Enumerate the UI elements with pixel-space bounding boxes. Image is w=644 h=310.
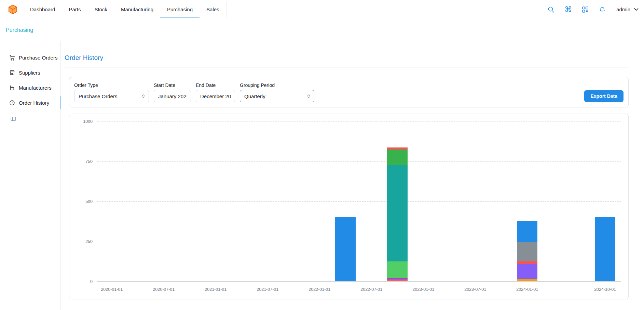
select-chevrons-icon [306,94,311,99]
gridline [97,241,621,241]
bar-segment [517,264,537,279]
start-date-input[interactable] [154,90,191,102]
x-tick-label: 2023-07-01 [464,287,486,292]
gridline [97,201,621,202]
end-date-label: End Date [196,82,235,88]
header-actions: ⌘ admin [547,5,639,14]
chevron-down-icon [633,7,639,12]
y-tick-label: 500 [85,199,93,204]
stacked-bar-2022-10-01[interactable] [387,121,408,281]
sidebar-item-order-history[interactable]: Order History [0,95,60,110]
grouping-period-field: Grouping Period Quarterly [240,82,314,102]
section-divider [65,67,629,67]
search-icon[interactable] [547,5,556,14]
breadcrumb: Purchasing [0,19,644,41]
stacked-bar-2024-01-01[interactable] [517,121,537,281]
bar-segment [387,150,408,166]
chart-plot [97,121,621,282]
sidebar-item-manufacturers[interactable]: Manufacturers [0,80,60,95]
apps-grid-icon[interactable] [581,5,590,14]
start-date-field: Start Date [154,82,191,102]
order-type-label: Order Type [74,82,149,88]
tab-dashboard[interactable]: Dashboard [23,2,62,17]
x-tick-label: 2024-01-01 [516,287,538,292]
history-clock-icon [9,100,15,106]
bar-segment [335,217,356,281]
main-nav: Dashboard Parts Stock Manufacturing Purc… [23,2,227,17]
y-tick-label: 250 [85,239,93,244]
tab-purchasing[interactable]: Purchasing [160,2,200,17]
x-axis-labels: 2020-01-012020-07-012021-01-012021-07-01… [97,287,621,294]
stacked-bar-2024-10-01[interactable] [595,121,615,281]
shopping-cart-icon [9,54,15,61]
order-history-chart: 02505007501000 2020-01-012020-07-012021-… [69,114,629,299]
y-tick-label: 1000 [83,119,93,124]
x-tick-label: 2021-01-01 [205,287,227,292]
username-label: admin [616,7,630,12]
tab-parts[interactable]: Parts [62,2,87,17]
grouping-period-select[interactable]: Quarterly [240,90,314,102]
gridline [97,161,621,162]
x-tick-label: 2023-01-01 [412,287,434,292]
sidebar: Purchase Orders Suppliers Manufacturers [0,41,60,310]
sidebar-item-label: Order History [19,100,49,106]
sidebar-item-purchase-orders[interactable]: Purchase Orders [0,50,60,65]
end-date-field: End Date [196,82,235,102]
sidebar-item-suppliers[interactable]: Suppliers [0,65,60,80]
order-type-value: Purchase Orders [79,93,117,99]
sidebar-collapse-icon[interactable] [10,116,16,122]
bar-segment [387,281,408,281]
main-content: Order History Order Type Purchase Orders… [60,41,644,310]
building-store-icon [9,69,15,76]
end-date-input[interactable] [196,90,235,102]
bar-segment [517,279,537,281]
x-tick-label: 2020-01-01 [101,287,123,292]
grouping-period-label: Grouping Period [240,82,314,88]
tab-sales[interactable]: Sales [200,2,226,17]
user-menu[interactable]: admin [616,7,639,12]
breadcrumb-item-purchasing[interactable]: Purchasing [6,27,33,33]
order-type-select[interactable]: Purchase Orders [74,90,149,102]
app-logo-icon[interactable] [8,4,18,15]
sidebar-item-label: Suppliers [19,70,40,76]
start-date-label: Start Date [154,82,191,88]
tab-stock[interactable]: Stock [87,2,114,17]
app-header: Dashboard Parts Stock Manufacturing Purc… [0,0,644,19]
gridline [97,121,621,121]
sidebar-item-label: Purchase Orders [19,55,57,61]
bar-segment [387,165,408,261]
stacked-bar-2022-04-01[interactable] [335,121,356,281]
bar-segment [517,242,537,261]
x-tick-label: 2020-07-01 [153,287,175,292]
x-tick-label: 2021-07-01 [257,287,278,292]
x-tick-label: 2022-01-01 [309,287,330,292]
select-chevrons-icon [141,94,146,99]
x-tick-label: 2024-10-01 [594,287,616,292]
y-tick-label: 750 [85,159,93,164]
command-icon[interactable]: ⌘ [564,5,573,14]
x-tick-label: 2022-07-01 [360,287,382,292]
page-title: Order History [65,54,629,62]
factory-icon [9,85,15,91]
bar-segment [595,217,615,281]
y-axis-labels: 02505007501000 [69,121,93,282]
bar-segment [387,261,408,278]
order-type-field: Order Type Purchase Orders [74,82,149,102]
y-tick-label: 0 [90,279,93,284]
grouping-period-value: Quarterly [244,93,265,99]
bar-segment [517,261,537,264]
filter-panel: Order Type Purchase Orders Start Date En… [69,77,629,107]
tab-manufacturing[interactable]: Manufacturing [114,2,160,17]
sidebar-item-label: Manufacturers [19,85,52,91]
export-data-button[interactable]: Export Data [584,90,624,102]
notification-bell-icon[interactable] [598,5,607,14]
bar-segment [517,221,537,242]
